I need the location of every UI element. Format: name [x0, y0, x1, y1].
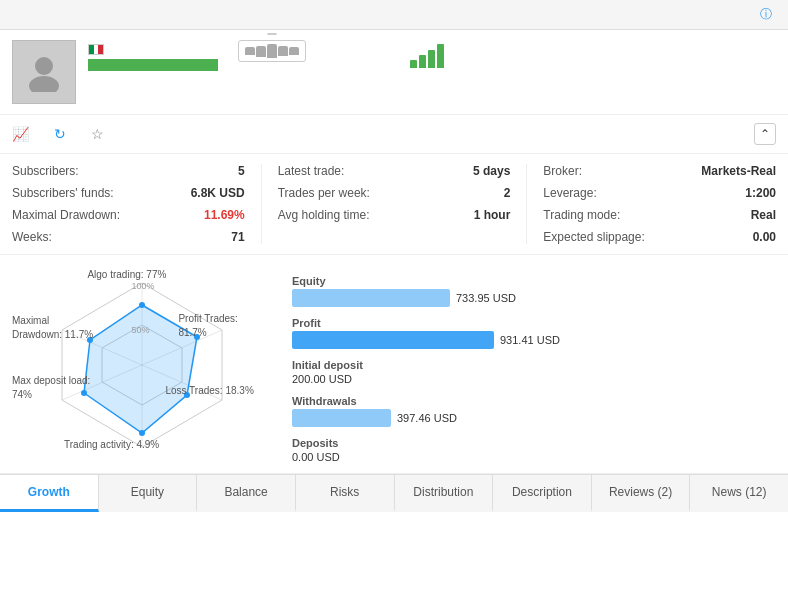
- radar-label-maximal: Maximal: [12, 315, 49, 326]
- detail-key: Trading mode:: [543, 208, 620, 222]
- collapse-button[interactable]: ⌃: [754, 123, 776, 145]
- sub-icon-5: [289, 47, 299, 55]
- sub-icon-3: [267, 44, 277, 58]
- equity-value: 733.95 USD: [456, 292, 516, 304]
- equity-label: Deposits: [292, 437, 776, 449]
- help-icon: ⓘ: [760, 6, 772, 23]
- detail-col-1: Subscribers:5Subscribers' funds:6.8K USD…: [12, 164, 245, 244]
- profile-section: [0, 30, 788, 115]
- detail-row: Leverage:1:200: [543, 186, 776, 200]
- detail-val: Real: [751, 208, 776, 222]
- equity-bar-container: 397.46 USD: [292, 409, 776, 427]
- view-on-mql5[interactable]: ↻: [54, 126, 71, 142]
- detail-val: 5: [238, 164, 245, 178]
- subscribe-button[interactable]: [88, 59, 218, 71]
- equity-bar: [292, 331, 494, 349]
- equity-label: Initial deposit: [292, 359, 776, 371]
- tab-balance[interactable]: Balance: [197, 475, 296, 512]
- svg-point-0: [35, 57, 53, 75]
- equity-row: Equity733.95 USD: [292, 275, 776, 307]
- tab-equity[interactable]: Equity: [99, 475, 198, 512]
- sub-icon-4: [278, 46, 288, 56]
- svg-point-11: [139, 430, 145, 436]
- tab-distribution[interactable]: Distribution: [395, 475, 494, 512]
- detail-key: Subscribers' funds:: [12, 186, 114, 200]
- detail-key: Broker:: [543, 164, 582, 178]
- detail-row: Latest trade:5 days: [278, 164, 511, 178]
- detail-val: 71: [231, 230, 244, 244]
- equity-label: Withdrawals: [292, 395, 776, 407]
- top-bar: ⓘ: [0, 0, 788, 30]
- equity-value: 200.00 USD: [292, 373, 352, 385]
- tab-growth[interactable]: Growth: [0, 475, 99, 512]
- tabs-bar: GrowthEquityBalanceRisksDistributionDesc…: [0, 474, 788, 512]
- svg-point-1: [29, 76, 59, 92]
- avatar: [12, 40, 76, 104]
- detail-row: Subscribers:5: [12, 164, 245, 178]
- detail-row: Maximal Drawdown:11.69%: [12, 208, 245, 222]
- tab-description[interactable]: Description: [493, 475, 592, 512]
- equity-row: Deposits0.00 USD: [292, 437, 776, 463]
- tab-news--12-[interactable]: News (12): [690, 475, 788, 512]
- equity-bar-container: 200.00 USD: [292, 373, 776, 385]
- equity-row: Profit931.41 USD: [292, 317, 776, 349]
- equity-bars: Equity733.95 USDProfit931.41 USDInitial …: [292, 265, 776, 465]
- detail-val: 2: [504, 186, 511, 200]
- to-favorites[interactable]: ☆: [91, 126, 109, 142]
- tab-risks[interactable]: Risks: [296, 475, 395, 512]
- bar-3: [428, 50, 435, 68]
- detail-col-3: Broker:Markets-RealLeverage:1:200Trading…: [526, 164, 776, 244]
- detail-row: Weeks:71: [12, 230, 245, 244]
- tab-reviews--2-[interactable]: Reviews (2): [592, 475, 691, 512]
- radar-50-label: 50%: [132, 325, 150, 335]
- flag-italy: [88, 44, 104, 55]
- detail-val: 5 days: [473, 164, 510, 178]
- detail-key: Trades per week:: [278, 186, 370, 200]
- detail-val: 1:200: [745, 186, 776, 200]
- action-bar: 📈 ↻ ☆ ⌃: [0, 115, 788, 154]
- detail-row: Subscribers' funds:6.8K USD: [12, 186, 245, 200]
- details-section: Subscribers:5Subscribers' funds:6.8K USD…: [0, 154, 788, 255]
- radar-100-label: 100%: [132, 281, 155, 291]
- chart-icon: 📈: [12, 126, 29, 142]
- detail-val: 11.69%: [204, 208, 245, 222]
- detail-val: 1 hour: [474, 208, 511, 222]
- radar-label-profit-trades: Profit Trades:: [178, 313, 237, 324]
- detail-key: Maximal Drawdown:: [12, 208, 120, 222]
- equity-value: 931.41 USD: [500, 334, 560, 346]
- reliability-chart: [410, 40, 444, 68]
- detail-row: Trading mode:Real: [543, 208, 776, 222]
- chevron-up-icon: ⌃: [760, 127, 770, 141]
- detail-row: Avg holding time:1 hour: [278, 208, 511, 222]
- equity-bar-container: 0.00 USD: [292, 451, 776, 463]
- subs-icons: [238, 40, 306, 62]
- detail-row: Trades per week:2: [278, 186, 511, 200]
- radar-label-max-deposit-val: 74%: [12, 389, 32, 400]
- bar-1: [410, 60, 417, 68]
- profile-author: [88, 44, 218, 55]
- equity-row: Initial deposit200.00 USD: [292, 359, 776, 385]
- subscribers-visual: [238, 40, 306, 64]
- how-to-subscribe-link[interactable]: ⓘ: [760, 6, 776, 23]
- equity-label: Equity: [292, 275, 776, 287]
- equity-value: 397.46 USD: [397, 412, 457, 424]
- radar-label-max-deposit: Max deposit load:: [12, 375, 90, 386]
- profile-info: [88, 40, 218, 71]
- sub-icon-1: [245, 47, 255, 55]
- detail-row: Expected slippage:0.00: [543, 230, 776, 244]
- radar-label-loss-trades: Loss Trades: 18.3%: [165, 385, 253, 396]
- reliability-block: [410, 40, 444, 70]
- radar-label-algo: Algo trading: 77%: [87, 269, 166, 280]
- radar-chart: Algo trading: 77% Profit Trades: 81.7% L…: [12, 265, 272, 465]
- visualize-on-chart[interactable]: 📈: [12, 126, 34, 142]
- star-icon: ☆: [91, 126, 104, 142]
- radar-label-profit-val: 81.7%: [178, 327, 206, 338]
- detail-row: Broker:Markets-Real: [543, 164, 776, 178]
- detail-key: Avg holding time:: [278, 208, 370, 222]
- svg-point-12: [81, 390, 87, 396]
- sub-icon-2: [256, 46, 266, 57]
- bar-2: [419, 55, 426, 68]
- detail-val: 0.00: [753, 230, 776, 244]
- detail-key: Weeks:: [12, 230, 52, 244]
- detail-key: Subscribers:: [12, 164, 79, 178]
